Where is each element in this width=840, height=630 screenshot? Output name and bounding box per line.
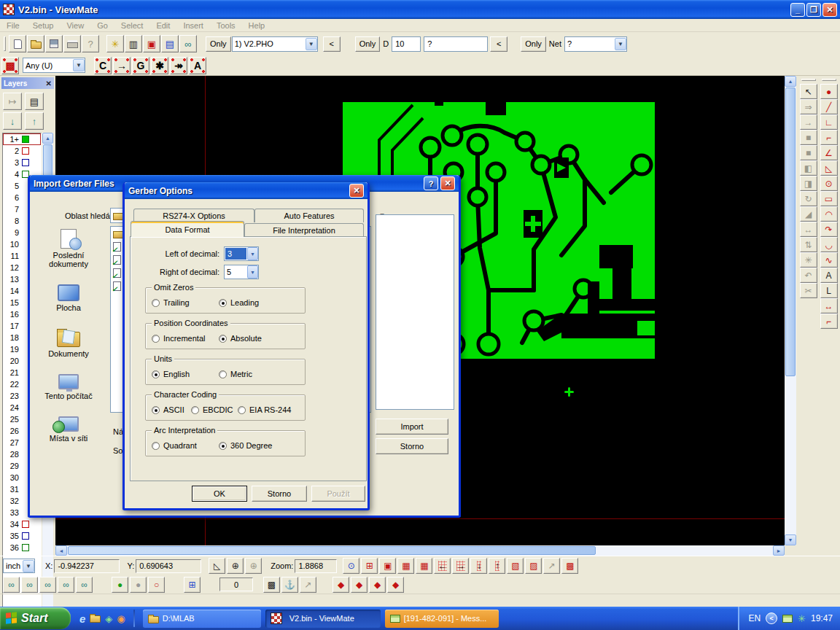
radio-trailing[interactable]: Trailing (152, 298, 190, 307)
zoom-dcode-icon[interactable]: ▣ (379, 558, 396, 574)
scroll-right-icon[interactable]: ► (773, 545, 785, 556)
chevron-down-icon[interactable]: ▼ (23, 560, 34, 572)
pan-right-icon[interactable]: → (452, 558, 469, 574)
draw-line-icon[interactable]: ╱ (820, 99, 838, 114)
layer-color-swatch[interactable] (22, 147, 29, 155)
cancel-button[interactable]: Storno (376, 438, 448, 454)
menu-insert[interactable]: Insert (176, 20, 210, 31)
layer-color-swatch[interactable] (22, 521, 29, 528)
menu-edit[interactable]: Edit (149, 20, 176, 31)
print-icon[interactable] (63, 35, 81, 52)
tab-file-interpretation[interactable]: File Interpretation (244, 223, 364, 237)
layer-down-icon[interactable]: ↓ (3, 112, 22, 130)
menu-help[interactable]: Help (242, 20, 272, 31)
menu-tools[interactable]: Tools (210, 20, 242, 31)
film-move-icon[interactable]: ▨ (525, 558, 542, 574)
select-box-icon[interactable]: ▩ (561, 558, 578, 574)
place-desktop[interactable]: Plocha (37, 284, 100, 312)
zoom-in-icon[interactable]: ⊙ (343, 558, 359, 574)
radio-ebcdic[interactable]: EBCDIC (191, 405, 233, 414)
protractor-icon[interactable]: ◺ (209, 558, 225, 574)
settings-icon[interactable]: ✳ (800, 252, 817, 268)
layer-color-swatch[interactable] (22, 136, 29, 143)
left-decimal-combo[interactable]: 3 ▼ (224, 246, 259, 261)
place-documents[interactable]: Dokumenty (37, 328, 100, 358)
draw-rect-icon[interactable]: ▭ (820, 191, 838, 206)
layer-34[interactable]: 34 (3, 518, 41, 530)
measure-view-icon[interactable]: ∞ (179, 35, 197, 52)
start-button[interactable]: Start (0, 607, 71, 629)
gerber-file-icon[interactable] (113, 255, 121, 265)
aperture-flash-icon[interactable]: ◆ (332, 577, 349, 593)
canvas-hscrollbar[interactable]: ◄ ► (55, 545, 785, 556)
plane-tool-icon[interactable]: ■ (800, 145, 817, 160)
open-file-icon[interactable] (27, 35, 44, 52)
draw-angle-icon[interactable]: ∠ (820, 145, 838, 160)
layer-combo[interactable]: 1) V2.PHO ▼ (232, 36, 318, 52)
chevron-down-icon[interactable]: ▼ (306, 38, 317, 50)
view-traces-icon[interactable]: ∞ (21, 577, 38, 593)
stretch-box-icon[interactable]: ↗ (543, 558, 560, 574)
draw-polyline-icon[interactable]: ∟ (820, 114, 838, 130)
radio-absolute[interactable]: Absolute (219, 334, 262, 343)
minimize-button[interactable]: _ (790, 3, 805, 17)
move-icon[interactable]: ↔ (800, 222, 817, 237)
layer-3[interactable]: 3 (3, 157, 41, 168)
radio-360[interactable]: 360 Degree (219, 441, 273, 450)
task-message[interactable]: [191-482-091] - Mess... (385, 610, 499, 628)
aperture-select-icon[interactable]: ◆ (351, 577, 368, 593)
draw-curve-icon[interactable]: ↷ (820, 222, 838, 237)
explorer-folder-icon[interactable] (90, 613, 101, 624)
tab-auto-features[interactable]: Auto Features (254, 209, 364, 222)
scroll-up-icon[interactable]: ▲ (785, 76, 796, 87)
tray-notes-icon[interactable] (782, 615, 793, 623)
chevron-down-icon[interactable]: ▼ (73, 59, 85, 71)
relative-origin-icon[interactable]: ⊕ (245, 558, 262, 574)
place-my-computer[interactable]: Tento počítač (37, 374, 100, 400)
pan-down-icon[interactable]: ↓ (470, 558, 487, 574)
task-viewmate[interactable]: V2.bin - ViewMate (265, 610, 381, 628)
pan-up-icon[interactable]: ↑ (489, 558, 505, 574)
hscroll-thumb[interactable] (68, 546, 596, 555)
dock-panel-icon[interactable]: ↦ (3, 93, 22, 110)
dimension-tool-icon[interactable]: ↔ (820, 298, 838, 314)
layer-1[interactable]: 1+ (3, 133, 41, 145)
ok-button[interactable]: OK (192, 486, 247, 502)
draw-arc3-icon[interactable]: ◡ (820, 237, 838, 252)
select-filter-icon[interactable]: ▩ (1, 57, 19, 74)
pad-tool-icon[interactable]: ■ (800, 130, 817, 145)
stretch-icon[interactable]: ↗ (300, 577, 316, 593)
tray-app-icon[interactable]: ✳ (798, 613, 806, 624)
tile-windows-icon[interactable]: ⊞ (184, 577, 201, 593)
context-help-icon[interactable]: ? (82, 35, 99, 52)
only-layer-button[interactable]: Only (206, 36, 231, 52)
draw-arc-icon[interactable]: ◠ (820, 206, 838, 222)
text-tool-icon[interactable]: A (820, 268, 838, 283)
tray-chevron-icon[interactable]: < (766, 612, 777, 624)
place-network[interactable]: Místa v síti (37, 416, 100, 443)
view-sketch-icon[interactable]: ∞ (76, 577, 93, 593)
radio-english[interactable]: English (152, 370, 190, 378)
aperture-move-icon[interactable]: ◆ (369, 577, 386, 593)
layer-color-swatch[interactable] (22, 159, 29, 166)
layer-36[interactable]: 36 (3, 542, 41, 553)
view-padmaster-icon[interactable]: ∞ (3, 577, 20, 593)
mirror-h-icon[interactable]: ◧ (800, 160, 817, 176)
chevron-down-icon[interactable]: ▼ (615, 38, 626, 50)
only-net-button[interactable]: Only (521, 36, 546, 52)
select-gerber-icon[interactable]: G (132, 57, 149, 74)
firefox-icon[interactable]: ◉ (117, 613, 125, 624)
pan-left-icon[interactable]: ← (434, 558, 451, 574)
close-panel-icon[interactable]: ✕ (46, 79, 52, 88)
count-field[interactable]: 0 (219, 578, 253, 591)
close-icon[interactable]: ✕ (349, 184, 364, 198)
prev-layer-button[interactable]: < (323, 36, 341, 52)
film-dcode-icon[interactable]: ▣ (143, 35, 160, 52)
film-colors-icon[interactable]: ▤ (161, 35, 179, 52)
origin-icon[interactable]: ⊕ (227, 558, 244, 574)
menu-setup[interactable]: Setup (26, 20, 61, 31)
language-indicator[interactable]: EN (748, 613, 761, 623)
vscroll-thumb[interactable] (785, 88, 796, 376)
zoom-selection-icon[interactable]: ⊞ (361, 558, 378, 574)
right-decimal-combo[interactable]: 5 ▼ (224, 265, 259, 279)
